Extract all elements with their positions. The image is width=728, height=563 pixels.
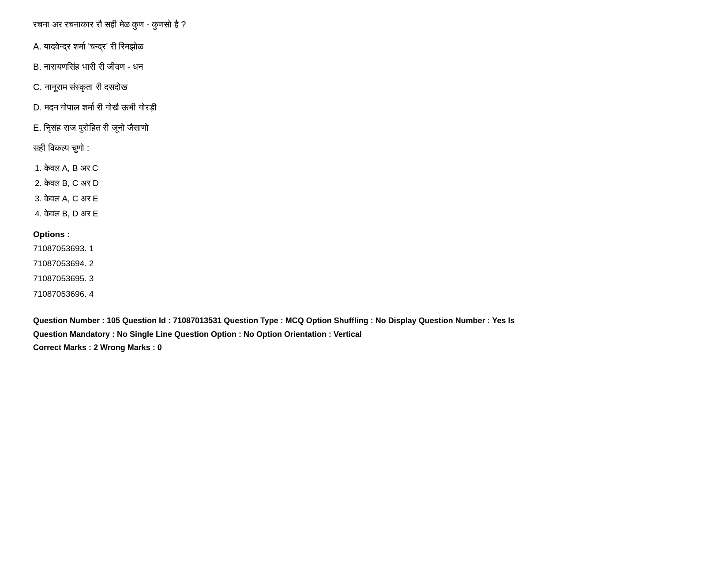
choice-1: 1. केवल A, B अर C bbox=[35, 162, 695, 175]
option-code-3: 71087053695. 3 bbox=[33, 272, 695, 285]
option-a: A. यादवेन्द्र शर्मा 'चन्द्र' री रिमझोळ bbox=[33, 40, 695, 53]
options-label: Options : bbox=[33, 230, 695, 239]
option-e: E. नृिसंह राज पुरोहित री जूनो जैसाणो bbox=[33, 121, 695, 134]
choice-3: 3. केवल A, C अर E bbox=[35, 192, 695, 205]
option-code-4: 71087053696. 4 bbox=[33, 287, 695, 301]
metadata-line-2: Question Mandatory : No Single Line Ques… bbox=[33, 328, 695, 341]
option-code-2: 71087053694. 2 bbox=[33, 257, 695, 270]
option-d: D. मदन गोपाल शर्मा री गोखै ऊभी गोरड़ी bbox=[33, 101, 695, 114]
option-b: B. नारायणसिंह भारी री जीवण - धन bbox=[33, 60, 695, 73]
option-code-1: 71087053693. 1 bbox=[33, 242, 695, 255]
metadata-line-1: Question Number : 105 Question Id : 7108… bbox=[33, 314, 695, 328]
choice-2: 2. केवल B, C अर D bbox=[35, 177, 695, 190]
question-text: रचना अर रचनाकार रौ सही मेळ कुण - कुणसो ह… bbox=[33, 18, 695, 31]
metadata-line-3: Correct Marks : 2 Wrong Marks : 0 bbox=[33, 341, 695, 355]
select-label: सही विकल्प चुणो : bbox=[33, 141, 695, 155]
option-c: C. नानूराम संस्कृता री दसदोख bbox=[33, 80, 695, 94]
choice-4: 4. केवल B, D अर E bbox=[35, 207, 695, 220]
